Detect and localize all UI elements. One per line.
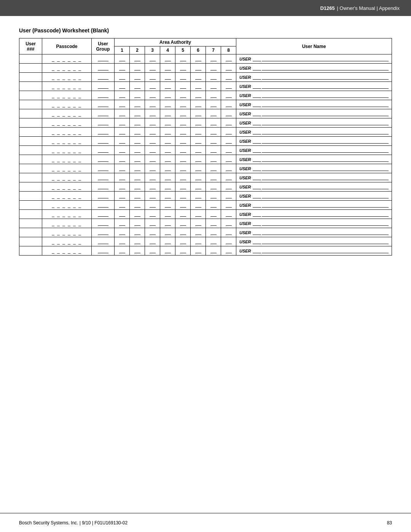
user-num-blank	[253, 139, 261, 144]
cell-area-6	[191, 64, 206, 73]
user-name-content: USER	[238, 184, 390, 190]
cell-area-8	[221, 192, 236, 201]
user-name-content: USER	[238, 147, 390, 153]
cell-area-8	[221, 137, 236, 146]
area-blank	[150, 75, 156, 80]
area-blank	[226, 175, 232, 180]
area-blank	[165, 56, 171, 61]
user-name-line	[262, 157, 389, 162]
table-row: _ _ _ _ _ _ USER	[19, 219, 392, 228]
group-blank	[98, 239, 108, 244]
cell-user-name: USER	[236, 237, 392, 246]
table-row: _ _ _ _ _ _ USER	[19, 128, 392, 137]
cell-area-7	[206, 173, 221, 182]
cell-user-num	[19, 192, 42, 201]
header-bar: D1265 | Owner's Manual | Appendix	[0, 0, 411, 16]
cell-area-2	[130, 146, 145, 155]
area-blank	[180, 66, 186, 70]
cell-area-6	[191, 210, 206, 219]
area-blank	[119, 166, 125, 171]
cell-area-1	[115, 146, 130, 155]
area-blank	[195, 166, 201, 171]
table-row: _ _ _ _ _ _ USER	[19, 182, 392, 192]
area-blank	[150, 212, 156, 217]
cell-area-5	[175, 164, 191, 173]
cell-area-6	[191, 219, 206, 228]
user-name-content: USER	[238, 110, 390, 117]
passcode-blank: _ _ _ _ _ _	[52, 175, 82, 181]
cell-area-7	[206, 82, 221, 91]
area-blank	[119, 193, 125, 198]
user-num-blank	[253, 193, 261, 198]
user-label: USER	[239, 240, 251, 244]
cell-area-2	[130, 182, 145, 192]
area-blank	[119, 212, 125, 217]
cell-area-5	[175, 201, 191, 210]
cell-group	[92, 82, 115, 91]
area-blank	[210, 93, 217, 98]
th-area-6: 6	[191, 46, 206, 54]
group-blank	[98, 175, 108, 180]
user-num-blank	[253, 148, 261, 153]
user-name-content: USER	[238, 156, 390, 163]
cell-passcode: _ _ _ _ _ _	[42, 100, 92, 109]
user-num-blank	[253, 120, 261, 125]
cell-area-4	[160, 54, 175, 64]
cell-area-1	[115, 246, 130, 256]
area-blank	[134, 184, 140, 189]
cell-area-1	[115, 201, 130, 210]
cell-area-2	[130, 237, 145, 246]
user-label: USER	[239, 221, 251, 226]
cell-passcode: _ _ _ _ _ _	[42, 155, 92, 164]
th-group: UserGroup	[92, 38, 115, 54]
area-blank	[180, 75, 186, 80]
user-label: USER	[239, 66, 251, 70]
cell-area-7	[206, 237, 221, 246]
cell-area-7	[206, 182, 221, 192]
area-blank	[195, 93, 201, 98]
table-row: _ _ _ _ _ _ USER	[19, 64, 392, 73]
area-blank	[165, 139, 171, 144]
cell-area-8	[221, 91, 236, 100]
area-blank	[195, 111, 201, 116]
user-num-blank	[253, 212, 261, 217]
cell-passcode: _ _ _ _ _ _	[42, 173, 92, 182]
area-blank	[119, 157, 125, 162]
area-blank	[134, 221, 140, 226]
group-blank	[98, 230, 108, 235]
cell-area-8	[221, 146, 236, 155]
user-num-blank	[253, 157, 261, 162]
passcode-blank: _ _ _ _ _ _	[52, 84, 82, 89]
area-blank	[165, 148, 171, 153]
area-blank	[165, 203, 171, 208]
area-blank	[150, 166, 156, 171]
area-blank	[150, 120, 156, 125]
cell-area-1	[115, 118, 130, 128]
user-name-line	[262, 193, 389, 198]
user-name-content: USER	[238, 92, 390, 99]
cell-area-2	[130, 173, 145, 182]
cell-area-6	[191, 173, 206, 182]
cell-area-3	[145, 237, 160, 246]
cell-user-num	[19, 182, 42, 192]
th-area-5: 5	[175, 46, 191, 54]
cell-area-5	[175, 100, 191, 109]
cell-area-6	[191, 246, 206, 256]
user-num-blank	[253, 239, 261, 244]
cell-passcode: _ _ _ _ _ _	[42, 201, 92, 210]
user-name-line	[262, 203, 389, 208]
area-blank	[134, 129, 140, 134]
cell-area-4	[160, 201, 175, 210]
area-blank	[134, 139, 140, 144]
cell-user-name: USER	[236, 82, 392, 91]
area-blank	[150, 221, 156, 226]
cell-area-7	[206, 54, 221, 64]
area-blank	[210, 75, 217, 80]
cell-area-5	[175, 173, 191, 182]
cell-area-4	[160, 109, 175, 118]
cell-user-name: USER	[236, 91, 392, 100]
cell-area-1	[115, 73, 130, 82]
cell-area-3	[145, 128, 160, 137]
user-num-blank	[253, 56, 261, 61]
user-num-blank	[253, 111, 261, 116]
